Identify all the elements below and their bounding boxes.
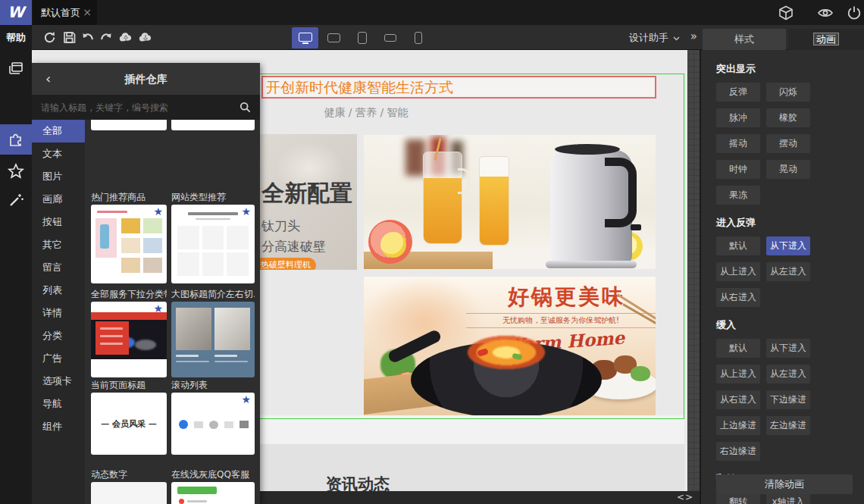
plugin-card-services-dropdown[interactable]: ★ [91,302,167,377]
category-item-0[interactable]: 全部 [32,120,85,142]
category-item-2[interactable]: 图片 [32,165,85,188]
plugin-label: 网站类型推荐 [171,191,255,204]
undo-icon[interactable] [81,30,95,45]
plugin-card-scroll-list[interactable]: ★ [171,393,255,455]
plugin-card-qq-service[interactable] [171,482,255,504]
device-desktop-button[interactable] [292,27,318,49]
category-item-7[interactable]: 列表 [32,279,85,302]
animation-button-1-4[interactable]: 从右进入 [716,288,760,307]
animation-button-0-4[interactable]: 摇动 [716,134,760,153]
star-badge-icon: ★ [241,206,251,217]
canvas-white-section[interactable] [260,415,684,444]
hero-promo-line2: 分高速破壁 [261,238,326,255]
animation-button-2-0[interactable]: 默认 [716,339,760,358]
redo-icon[interactable] [99,30,113,45]
photo-pitcher-handle [458,168,470,194]
category-item-12[interactable]: 导航 [32,393,85,415]
category-item-8[interactable]: 详情 [32,302,85,324]
hero-subtitle[interactable]: 健康 / 营养 / 智能 [317,106,415,120]
animation-button-1-3[interactable]: 从左进入 [766,262,810,281]
save-icon[interactable] [62,30,77,45]
tab-close-icon[interactable]: × [83,0,92,25]
animation-button-3-0[interactable]: 翻转 [716,493,760,504]
cloud-upload-icon[interactable] [118,30,133,45]
animation-section-title-2: 缓入 [716,318,864,332]
animation-button-2-3[interactable]: 从左进入 [766,365,810,383]
power-icon[interactable] [846,5,862,21]
canvas-news-section[interactable] [260,444,684,491]
canvas-scrollbar[interactable] [687,45,700,491]
animation-button-0-5[interactable]: 摆动 [766,134,810,153]
star-badge-icon: ★ [241,394,251,405]
animation-button-0-7[interactable]: 晃动 [766,160,810,179]
animation-button-0-0[interactable]: 反弹 [716,83,760,102]
animation-button-0-6[interactable]: 时钟 [716,160,760,179]
refresh-icon[interactable] [42,30,57,45]
category-item-6[interactable]: 留言 [32,256,85,279]
hero-photo-image[interactable] [364,135,656,269]
animation-button-3-1[interactable]: x轴进入 [766,493,810,504]
animation-button-2-6[interactable]: 上边缘进 [716,416,760,435]
design-assistant-button[interactable]: 设计助手 [629,25,668,50]
device-tablet-portrait-button[interactable] [349,27,375,49]
tab-animation[interactable]: 动画 [788,29,864,50]
animation-section-title-1: 进入反弹 [716,216,864,230]
plugin-card-page-title[interactable]: — 会员风采 — [91,393,167,455]
partial-plugin-card[interactable] [171,120,255,130]
banner-subtitle: 无忧购物，至诚服务为你保驾护航! [466,313,656,328]
device-phone-portrait-button[interactable] [405,27,431,49]
device-tablet-landscape-button[interactable] [321,27,347,49]
code-view-icon[interactable]: <> [677,492,693,502]
animation-button-1-2[interactable]: 从上进入 [716,262,760,281]
partial-plugin-card[interactable] [91,120,167,130]
animation-button-2-1[interactable]: 从下进入 [766,339,810,358]
pages-icon[interactable] [0,53,32,83]
category-item-5[interactable]: 其它 [32,233,85,256]
device-phone-landscape-button[interactable] [377,27,403,49]
photo-kettle-handle [605,158,637,227]
category-item-3[interactable]: 画廊 [32,188,85,211]
left-sidebar [0,50,32,504]
help-button[interactable]: 帮助 [0,25,32,50]
wok-banner-image[interactable]: 好锅更美味 无忧购物，至诚服务为你保驾护航! Warm Home [364,277,656,415]
selected-headline-element[interactable]: 开创新时代健康智能生活方式 [261,76,656,99]
plugins-puzzle-icon[interactable] [0,124,32,155]
animation-button-2-7[interactable]: 左边缘进 [766,416,810,435]
clear-animation-button[interactable]: 清除动画 [716,474,853,494]
search-icon[interactable] [239,102,251,113]
app-logo[interactable]: W [0,0,32,25]
hero-promo-block[interactable]: 全新配置 钛刀头 分高速破壁 热破壁料理机 [260,134,357,270]
favorites-star-icon[interactable] [0,156,32,186]
plugin-panel-title: 插件仓库 [32,63,260,95]
magic-wand-icon[interactable] [0,185,32,215]
animation-button-0-3[interactable]: 橡胶 [766,108,810,127]
category-item-9[interactable]: 分类 [32,324,85,347]
plugin-card-hot-products[interactable]: ★ [91,205,167,283]
components-cube-icon[interactable] [778,5,794,21]
cloud-download-icon[interactable] [138,30,152,45]
plugin-card-big-image-switch[interactable] [171,302,255,377]
plugin-card-site-types[interactable]: ★ [171,205,255,283]
category-item-13[interactable]: 组件 [32,415,85,438]
tab-style[interactable]: 样式 [703,29,786,50]
category-item-10[interactable]: 广告 [32,347,85,370]
animation-button-2-5[interactable]: 下边缘进 [766,390,810,409]
plugin-grid: 热门推荐商品 网站类型推荐 ★ ★ 全部服务下拉分类带... 大图标题简介左右切… [85,120,260,504]
animation-button-2-2[interactable]: 从上进入 [716,365,760,383]
preview-eye-icon[interactable] [817,5,834,21]
animation-button-2-4[interactable]: 从右进入 [716,390,760,409]
plugin-label: 滚动列表 [171,379,255,392]
animation-button-2-8[interactable]: 右边缘进 [716,442,760,461]
hero-promo-button[interactable]: 热破壁料理机 [260,258,316,270]
animation-button-1-0[interactable]: 默认 [716,236,760,255]
category-item-4[interactable]: 按钮 [32,211,85,233]
animation-button-0-2[interactable]: 脉冲 [716,108,760,127]
more-panels-button[interactable]: » [690,25,697,50]
category-item-1[interactable]: 文本 [32,142,85,165]
plugin-search-input[interactable] [32,95,229,120]
category-item-11[interactable]: 选项卡 [32,370,85,393]
animation-button-0-1[interactable]: 闪烁 [766,83,810,102]
plugin-card-dynamic-number[interactable]: 0 [91,482,167,504]
animation-button-1-1[interactable]: 从下进入 [766,236,810,255]
animation-button-0-8[interactable]: 果冻 [716,186,760,205]
